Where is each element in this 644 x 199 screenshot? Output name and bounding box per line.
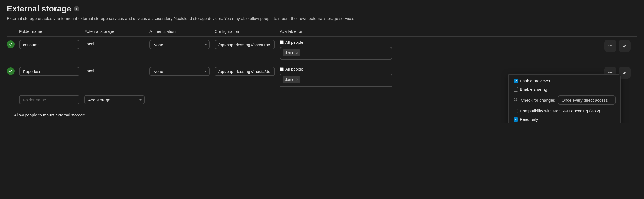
- check-changes-label: Check for changes: [521, 98, 555, 103]
- page-title: External storage: [7, 4, 71, 13]
- enable-previews-checkbox[interactable]: [514, 79, 518, 83]
- storage-row: Local None All people demo ×: [7, 63, 637, 90]
- chevron-down-icon: [204, 44, 207, 45]
- all-people-checkbox[interactable]: [280, 67, 284, 71]
- col-header-auth: Authentication: [150, 29, 215, 34]
- auth-select[interactable]: None: [150, 67, 210, 76]
- mac-compat-checkbox[interactable]: [514, 109, 518, 113]
- enable-previews-label: Enable previews: [520, 78, 550, 83]
- auth-select[interactable]: None: [150, 40, 210, 49]
- auth-value: None: [153, 42, 163, 47]
- chevron-down-icon: [139, 99, 142, 101]
- svg-point-1: [610, 46, 611, 46]
- folder-name-input[interactable]: [19, 67, 79, 76]
- config-input[interactable]: [215, 67, 275, 76]
- page-header: External storage i: [7, 4, 637, 13]
- config-input[interactable]: [215, 40, 275, 49]
- all-people-label: All people: [285, 67, 303, 71]
- user-tag: demo ×: [283, 49, 300, 56]
- enable-sharing-checkbox[interactable]: [514, 87, 518, 92]
- storage-row: Local None All people demo ×: [7, 37, 637, 63]
- save-button[interactable]: [619, 40, 631, 52]
- mac-compat-label: Compatibility with Mac NFD encoding (slo…: [520, 109, 600, 113]
- all-people-checkbox[interactable]: [280, 40, 284, 44]
- available-for-tags[interactable]: demo ×: [280, 74, 392, 87]
- chevron-down-icon: [204, 71, 207, 72]
- allow-people-label: Allow people to mount external storage: [14, 113, 85, 117]
- svg-point-5: [611, 72, 612, 73]
- col-header-folder: Folder name: [19, 29, 84, 34]
- svg-line-7: [516, 100, 518, 101]
- all-people-label: All people: [285, 40, 303, 45]
- new-folder-name-input[interactable]: [19, 95, 79, 104]
- remove-tag-icon[interactable]: ×: [296, 78, 298, 81]
- col-header-storage: External storage: [84, 29, 150, 34]
- svg-point-2: [611, 46, 612, 46]
- user-tag: demo ×: [283, 76, 300, 83]
- status-ok-icon: [7, 67, 15, 75]
- svg-point-6: [514, 98, 517, 101]
- svg-point-0: [608, 46, 609, 46]
- page-description: External storage enables you to mount ex…: [7, 16, 637, 21]
- readonly-checkbox[interactable]: [514, 117, 518, 122]
- add-storage-select[interactable]: Add storage: [84, 95, 145, 104]
- svg-point-3: [608, 72, 609, 73]
- check-frequency-select[interactable]: Once every direct access: [558, 95, 616, 105]
- info-icon[interactable]: i: [74, 6, 79, 11]
- storage-type: Local: [84, 67, 150, 73]
- storage-type: Local: [84, 40, 150, 46]
- status-ok-icon: [7, 40, 15, 48]
- readonly-label: Read only: [520, 117, 538, 122]
- more-options-button[interactable]: [604, 40, 616, 52]
- svg-point-4: [610, 72, 611, 73]
- options-popup: Enable previews Enable sharing Check for…: [508, 74, 621, 123]
- col-header-config: Configuration: [215, 29, 280, 34]
- auth-value: None: [153, 69, 163, 74]
- enable-sharing-label: Enable sharing: [520, 87, 547, 92]
- available-for-tags[interactable]: demo ×: [280, 47, 392, 60]
- remove-tag-icon[interactable]: ×: [296, 51, 298, 55]
- folder-name-input[interactable]: [19, 40, 79, 49]
- allow-people-checkbox[interactable]: [7, 113, 11, 117]
- search-icon: [514, 98, 518, 103]
- col-header-avail: Available for: [280, 29, 604, 34]
- table-header: Folder name External storage Authenticat…: [7, 26, 637, 37]
